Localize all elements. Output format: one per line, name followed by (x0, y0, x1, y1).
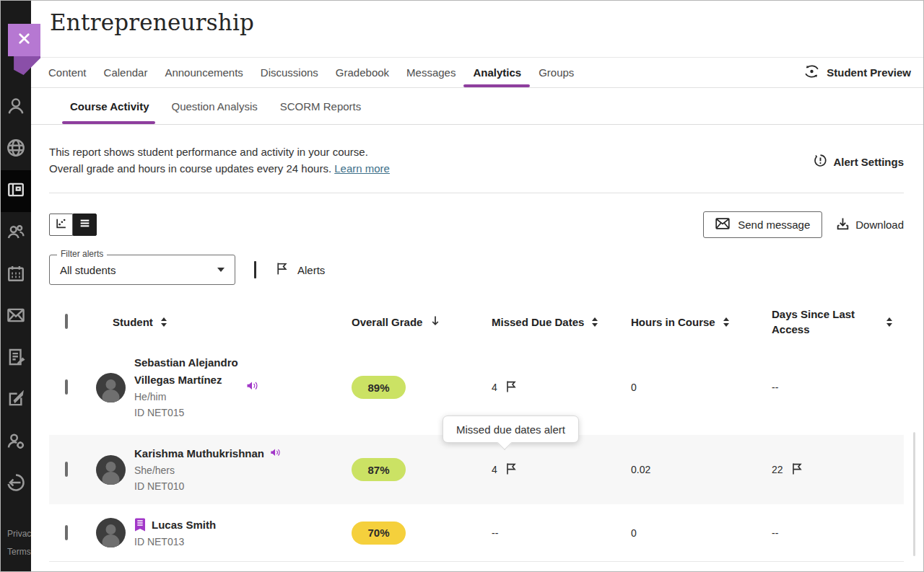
people-icon (6, 222, 25, 244)
missed-due-dates-value: 4 (492, 382, 497, 393)
report-toolbar: Send message Download (49, 211, 904, 238)
courses-icon (6, 180, 25, 202)
student-id: ID NET013 (134, 534, 216, 550)
hours-in-course-value: 0 (631, 382, 637, 393)
filter-alerts-select[interactable]: Filter alerts All students (49, 255, 235, 285)
sort-descending-icon[interactable] (430, 315, 440, 328)
sidebar-item-messages[interactable] (1, 296, 31, 338)
chart-view-icon (55, 217, 67, 232)
student-name[interactable]: Lucas Smith (152, 516, 216, 534)
tab-analytics[interactable]: Analytics (473, 58, 521, 87)
table-row: Lucas Smith ID NET013 70% -- 0 -- (49, 504, 904, 562)
tab-gradebook[interactable]: Gradebook (336, 58, 389, 87)
alert-icon (814, 154, 827, 170)
sign-out-icon (6, 473, 25, 495)
student-name[interactable]: Karishma Muthukrishnan (134, 445, 264, 462)
tab-calendar[interactable]: Calendar (104, 58, 148, 87)
learn-more-link[interactable]: Learn more (334, 162, 390, 175)
accommodations-icon[interactable] (134, 518, 146, 534)
tab-groups[interactable]: Groups (539, 58, 574, 87)
alerts-legend: Alerts (276, 262, 325, 278)
send-message-button[interactable]: Send message (703, 211, 822, 238)
column-header-hours-in-course[interactable]: Hours in Course (618, 316, 757, 328)
page-title: Entrepreneurship (50, 9, 924, 35)
sort-icon[interactable] (592, 317, 598, 327)
tab-messages[interactable]: Messages (406, 58, 456, 87)
analytics-sub-nav: Course Activity Question Analysis SCORM … (31, 88, 924, 125)
sidebar-item-grades[interactable] (1, 338, 31, 379)
missed-due-dates-value: -- (492, 527, 498, 539)
student-preview-label: Student Preview (827, 66, 911, 79)
sidebar-item-sign-out[interactable] (1, 463, 31, 505)
sort-icon[interactable] (723, 317, 729, 327)
app-window: Privacy Terms Entrepreneurship Content C… (0, 0, 924, 572)
filter-alerts-value: All students (60, 264, 116, 276)
send-message-icon (715, 218, 730, 232)
name-pronunciation-icon[interactable] (270, 447, 281, 460)
hours-in-course-value: 0.02 (631, 464, 650, 475)
subtab-question-analysis[interactable]: Question Analysis (171, 88, 257, 124)
compose-icon (6, 390, 25, 411)
student-preview-icon (803, 64, 820, 81)
column-header-days-since-last-access[interactable]: Days Since Last Access (757, 307, 904, 337)
missed-due-dates-alert-flag-icon[interactable] (505, 462, 517, 478)
student-pronouns: She/hers (134, 462, 281, 478)
row-checkbox[interactable] (65, 525, 68, 540)
name-pronunciation-icon[interactable] (246, 381, 258, 394)
table-row: Karishma Muthukrishnan She/hers ID NET01… (49, 435, 904, 504)
column-header-overall-grade[interactable]: Overall Grade (333, 315, 477, 328)
terms-link[interactable]: Terms (7, 543, 31, 561)
tab-announcements[interactable]: Announcements (165, 58, 243, 87)
intro-line-1: This report shows student performance an… (49, 146, 368, 158)
report-intro: This report shows student performance an… (31, 125, 924, 193)
sidebar-item-tools[interactable] (1, 379, 31, 421)
sidebar-item-profile[interactable] (1, 87, 31, 128)
download-button[interactable]: Download (836, 217, 904, 233)
sidebar-item-calendar[interactable] (1, 254, 31, 296)
main-content: Entrepreneurship Content Calendar Announ… (31, 1, 924, 571)
alerts-label: Alerts (297, 264, 325, 276)
course-header: Entrepreneurship (31, 1, 924, 58)
sidebar-item-activity-stream[interactable] (1, 128, 31, 170)
grades-icon (6, 348, 25, 369)
column-header-missed-due-dates[interactable]: Missed Due Dates (477, 316, 618, 328)
chevron-down-icon (217, 268, 225, 272)
student-pronouns: He/him (134, 389, 238, 405)
select-all-checkbox[interactable] (65, 314, 68, 329)
alert-settings-button[interactable]: Alert Settings (814, 154, 904, 170)
student-name[interactable]: Sebastian AlejandroVillegas Martínez (134, 354, 238, 389)
base-navigation-rail: Privacy Terms (1, 1, 31, 571)
missed-due-dates-alert-flag-icon[interactable] (505, 380, 517, 395)
tab-content[interactable]: Content (48, 58, 87, 87)
subtab-scorm-reports[interactable]: SCORM Reports (280, 88, 362, 124)
alert-settings-label: Alert Settings (833, 156, 904, 168)
tab-discussions[interactable]: Discussions (261, 58, 318, 87)
table-header: Student Overall Grade Missed Due Dates H… (49, 304, 904, 340)
sort-icon[interactable] (161, 317, 167, 327)
download-label: Download (855, 219, 904, 231)
student-preview-button[interactable]: Student Preview (803, 64, 911, 81)
privacy-link[interactable]: Privacy (7, 525, 31, 543)
overall-grade-pill[interactable]: 87% (352, 458, 406, 481)
row-checkbox[interactable] (65, 462, 68, 477)
sidebar-item-admin[interactable] (1, 421, 31, 463)
subtab-course-activity[interactable]: Course Activity (70, 88, 149, 124)
avatar (96, 455, 126, 485)
overall-grade-pill[interactable]: 89% (352, 376, 406, 399)
overall-grade-pill[interactable]: 70% (352, 522, 406, 545)
flag-icon (276, 262, 288, 278)
column-header-student[interactable]: Student (95, 316, 333, 328)
list-view-button[interactable] (73, 214, 97, 236)
scrollbar-thumb[interactable] (913, 432, 915, 556)
chart-view-button[interactable] (49, 214, 73, 236)
sidebar-item-courses[interactable] (1, 170, 31, 212)
sort-icon[interactable] (886, 317, 892, 327)
course-nav: Content Calendar Announcements Discussio… (31, 58, 924, 88)
sidebar-item-organizations[interactable] (1, 212, 31, 254)
hours-in-course-value: 0 (631, 527, 637, 539)
row-checkbox[interactable] (65, 379, 68, 395)
last-access-alert-flag-icon[interactable] (791, 462, 803, 478)
student-id: ID NET015 (134, 405, 238, 421)
close-course-button[interactable] (8, 24, 40, 56)
intro-line-2: Overall grade and hours in course update… (49, 162, 331, 175)
